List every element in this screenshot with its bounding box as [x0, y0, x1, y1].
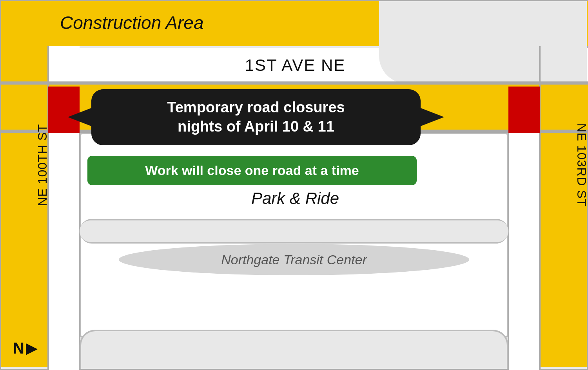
road-closed-marker-right	[508, 87, 540, 133]
mid-connector-road	[80, 220, 508, 242]
green-work-banner: Work will close one road at a time	[87, 156, 417, 185]
callout-line1: Temporary road closures	[167, 98, 345, 117]
ne103rd-curb-left	[508, 132, 509, 370]
park-ride-label: Park & Ride	[1, 189, 588, 208]
transit-center-ellipse: Northgate Transit Center	[119, 244, 469, 275]
transit-center-text: Northgate Transit Center	[221, 252, 367, 267]
ne100th-text: NE 100TH ST	[35, 124, 50, 206]
north-arrow: N ▶	[13, 339, 37, 357]
ne103rd-text: NE 103RD ST	[574, 123, 588, 207]
road-curb-top	[1, 81, 588, 85]
ne100th-curb-right	[79, 132, 80, 370]
label-1st-ave-ne: 1ST AVE NE	[1, 56, 588, 75]
park-ride-text: Park & Ride	[251, 189, 339, 208]
callout-road-closures: Temporary road closures nights of April …	[91, 89, 421, 145]
bottom-road-connector	[80, 330, 508, 369]
label-ne103rd-st: NE 103RD ST	[540, 158, 587, 172]
1st-ave-ne-text: 1ST AVE NE	[245, 56, 346, 74]
map-container: Construction Area 1ST AVE NE Temporary r…	[0, 0, 588, 370]
callout-text-block: Temporary road closures nights of April …	[167, 98, 345, 137]
construction-area-text: Construction Area	[60, 12, 203, 33]
label-ne100th-st: NE 100TH ST	[1, 158, 48, 172]
north-label: N	[13, 339, 24, 357]
callout-line2: nights of April 10 & 11	[167, 117, 345, 136]
green-banner-text: Work will close one road at a time	[145, 163, 359, 178]
north-arrow-symbol: ▶	[26, 340, 37, 357]
construction-label-box: Construction Area	[48, 7, 268, 38]
